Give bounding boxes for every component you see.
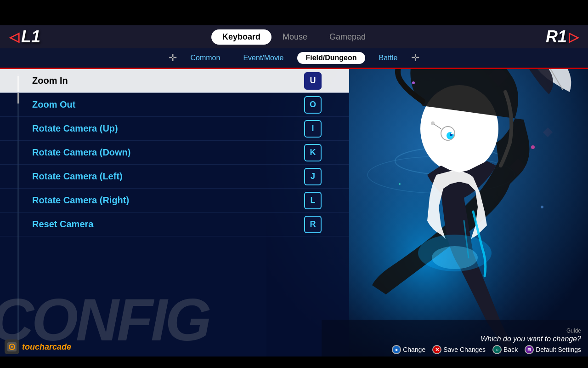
r1-label: R1	[546, 27, 567, 46]
key-badge: I	[304, 120, 322, 138]
hud-change-btn[interactable]: ● Change	[392, 345, 425, 354]
square-button-icon: ⊟	[525, 345, 534, 354]
key-value: J	[311, 172, 315, 181]
binding-row[interactable]: Rotate Camera (Left) J	[0, 165, 349, 189]
key-badge: L	[304, 192, 322, 209]
svg-point-17	[541, 206, 543, 208]
header-section: ◁ L1 Keyboard Mouse Gamepad R1 ▷ ✛ Commo…	[0, 25, 588, 69]
svg-point-15	[531, 145, 535, 149]
key-badge: J	[304, 168, 322, 185]
action-name: Rotate Camera (Up)	[32, 123, 304, 134]
r1-nav[interactable]: R1 ▷	[546, 27, 579, 46]
tab-mouse[interactable]: Mouse	[271, 29, 318, 45]
binding-row[interactable]: Reset Camera R	[0, 213, 349, 236]
binding-row[interactable]: Rotate Camera (Up) I	[0, 117, 349, 141]
toucharcade-icon	[5, 339, 19, 354]
dpad-right-icon: ✛	[411, 52, 419, 64]
action-name: Rotate Camera (Left)	[32, 171, 304, 182]
key-badge: R	[304, 216, 322, 233]
tab-common[interactable]: Common	[181, 52, 230, 64]
tab-keyboard[interactable]: Keyboard	[211, 29, 271, 45]
hud-back-btn[interactable]: ○ Back	[492, 345, 518, 354]
binding-row[interactable]: Zoom Out O	[0, 93, 349, 117]
toucharcade-label: toucharcade	[22, 342, 71, 352]
svg-point-11	[431, 121, 435, 125]
hud-save-btn[interactable]: ✕ Save Changes	[432, 345, 486, 354]
bottom-hud: Guide Which do you want to change? ● Cha…	[322, 320, 588, 356]
key-value: I	[311, 124, 314, 133]
bindings-list: Zoom In U Zoom Out O Rotate Camera (Up) …	[0, 69, 349, 236]
device-tabs-bar: ◁ L1 Keyboard Mouse Gamepad R1 ▷	[0, 25, 588, 48]
svg-point-14	[412, 81, 415, 84]
key-value: U	[310, 76, 316, 86]
circle-button-icon: ●	[392, 345, 401, 354]
sub-tabs-bar: ✛ Common Event/Movie Field/Dungeon Battl…	[0, 48, 588, 69]
l1-left-arrow: ◁	[9, 29, 19, 45]
bottom-bar	[0, 356, 588, 368]
tab-event[interactable]: Event/Movie	[234, 52, 293, 64]
hud-default-btn[interactable]: ⊟ Default Settings	[525, 345, 581, 354]
key-badge: U	[304, 72, 322, 90]
main-content-panel: Zoom In U Zoom Out O Rotate Camera (Up) …	[0, 69, 349, 356]
hud-controls: ● Change ✕ Save Changes ○ Back ⊟ Default…	[392, 345, 581, 354]
svg-point-7	[451, 132, 453, 134]
hud-save-label: Save Changes	[443, 346, 486, 353]
l1-nav[interactable]: ◁ L1	[9, 27, 40, 46]
key-badge: O	[304, 96, 322, 114]
cross-button-icon: ✕	[432, 345, 441, 354]
r1-right-arrow: ▷	[569, 29, 579, 45]
hud-back-label: Back	[503, 346, 518, 353]
key-value: O	[310, 100, 316, 109]
dpad-left-icon: ✛	[169, 52, 177, 64]
key-value: R	[310, 219, 316, 229]
key-value: L	[311, 196, 316, 205]
binding-row[interactable]: Rotate Camera (Right) L	[0, 189, 349, 213]
triangle-button-icon: ○	[492, 345, 502, 354]
toucharcade-logo: toucharcade	[5, 339, 71, 354]
svg-point-21	[11, 346, 13, 348]
tab-gamepad[interactable]: Gamepad	[318, 29, 377, 45]
action-name: Rotate Camera (Right)	[32, 195, 304, 206]
top-bar	[0, 0, 588, 25]
action-name: Zoom In	[32, 75, 304, 86]
hud-default-label: Default Settings	[536, 346, 581, 353]
key-badge: K	[304, 144, 322, 161]
tab-battle[interactable]: Battle	[370, 52, 407, 64]
guide-label: Guide	[566, 328, 581, 334]
action-name: Zoom Out	[32, 99, 304, 110]
svg-point-16	[399, 183, 401, 185]
l1-label: L1	[21, 27, 40, 46]
binding-row[interactable]: Rotate Camera (Down) K	[0, 141, 349, 165]
action-name: Reset Camera	[32, 219, 304, 230]
key-value: K	[310, 148, 316, 157]
tab-field[interactable]: Field/Dungeon	[297, 52, 365, 64]
svg-point-13	[432, 246, 478, 269]
hud-question: Which do you want to change?	[481, 335, 581, 343]
action-name: Rotate Camera (Down)	[32, 147, 304, 158]
binding-row[interactable]: Zoom In U	[0, 69, 349, 93]
hud-change-label: Change	[403, 346, 425, 353]
